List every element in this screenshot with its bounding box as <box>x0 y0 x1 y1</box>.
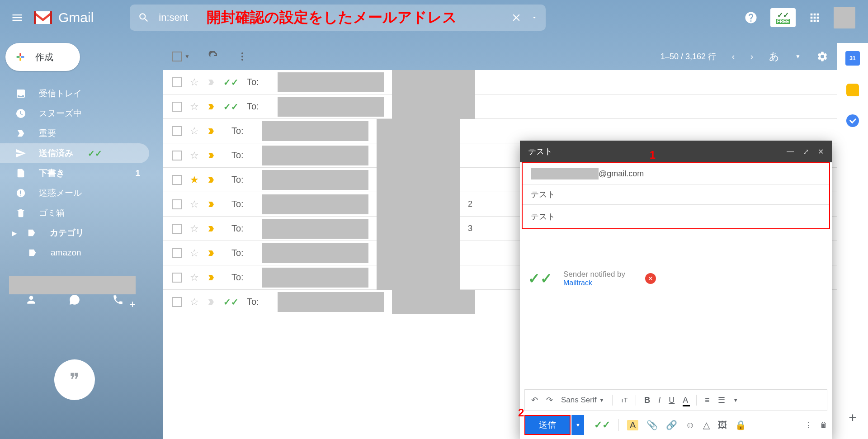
sidebar-item-inbox[interactable]: 受信トレイ <box>0 84 149 104</box>
sidebar-item-important[interactable]: 重要 <box>0 123 149 143</box>
select-all-checkbox[interactable] <box>172 52 182 61</box>
sidebar-item-spam[interactable]: 迷惑メール <box>0 183 149 203</box>
row-checkbox[interactable] <box>172 102 182 112</box>
row-checkbox[interactable] <box>172 175 182 185</box>
fullscreen-icon[interactable]: ⤢ <box>803 147 809 156</box>
star-icon[interactable]: ☆ <box>190 272 199 283</box>
gmail-logo[interactable]: Gmail <box>32 9 94 26</box>
star-icon[interactable]: ☆ <box>190 247 199 259</box>
row-checkbox[interactable] <box>172 224 182 234</box>
sidebar-item-drafts[interactable]: 下書き 1 <box>0 163 149 183</box>
row-checkbox[interactable] <box>172 126 182 136</box>
help-icon[interactable] <box>744 11 758 24</box>
importance-icon[interactable] <box>207 298 215 306</box>
email-row[interactable]: ☆✓✓To: <box>163 94 837 119</box>
compose-header[interactable]: テスト — ⤢ ✕ <box>520 141 832 162</box>
star-icon[interactable]: ☆ <box>190 125 199 137</box>
underline-icon[interactable]: U <box>669 396 675 405</box>
body-text[interactable]: テスト <box>523 205 829 228</box>
send-button[interactable]: 送信 <box>524 415 571 435</box>
importance-icon[interactable] <box>207 249 215 257</box>
redo-icon[interactable]: ↷ <box>546 395 553 405</box>
discard-icon[interactable]: 🗑 <box>820 421 827 430</box>
more-format-icon[interactable]: ▼ <box>733 397 738 403</box>
importance-icon[interactable] <box>207 151 215 160</box>
formatting-icon[interactable]: A <box>627 420 638 430</box>
more-icon[interactable]: ⋮ <box>805 421 812 430</box>
main-menu-button[interactable] <box>5 5 30 30</box>
mailtrack-link[interactable]: Mailtrack <box>563 279 592 287</box>
row-checkbox[interactable] <box>172 273 182 283</box>
close-icon[interactable]: ✕ <box>818 147 824 156</box>
importance-icon[interactable] <box>207 176 215 184</box>
more-icon[interactable] <box>237 51 248 62</box>
bold-icon[interactable]: B <box>644 396 650 405</box>
ime-indicator[interactable]: あ <box>769 50 779 63</box>
importance-icon[interactable] <box>207 225 215 233</box>
importance-icon[interactable] <box>207 274 215 282</box>
hangouts-bubble[interactable]: ❞ <box>54 359 95 400</box>
subject-field[interactable]: テスト <box>523 184 829 205</box>
apps-grid-icon[interactable] <box>808 11 821 24</box>
text-color-icon[interactable]: A <box>683 396 688 405</box>
sidebar-item-sent[interactable]: 送信済み ✓✓ <box>0 143 149 163</box>
link-icon[interactable]: 🔗 <box>666 420 677 430</box>
search-input[interactable]: in:sent <box>159 12 188 24</box>
clear-search-icon[interactable] <box>510 12 522 24</box>
star-icon[interactable]: ☆ <box>190 296 199 308</box>
importance-icon[interactable] <box>207 200 215 208</box>
font-size-icon[interactable]: тT <box>621 397 627 404</box>
tasks-icon[interactable] <box>846 114 859 127</box>
account-avatar[interactable] <box>834 7 855 28</box>
compose-button[interactable]: 作成 <box>5 43 80 71</box>
emoji-icon[interactable]: ☺ <box>685 420 694 430</box>
star-icon[interactable]: ★ <box>190 174 199 186</box>
star-icon[interactable]: ☆ <box>190 223 199 235</box>
row-checkbox[interactable] <box>172 297 182 307</box>
send-options-dropdown[interactable]: ▼ <box>571 415 584 435</box>
list-icon[interactable]: ☰ <box>718 395 725 405</box>
italic-icon[interactable]: I <box>658 396 660 405</box>
attach-icon[interactable]: 📎 <box>646 420 658 430</box>
mailtrack-toggle-icon[interactable]: ✓✓ <box>594 419 610 431</box>
star-icon[interactable]: ☆ <box>190 150 199 161</box>
row-checkbox[interactable] <box>172 77 182 87</box>
email-row[interactable]: ☆✓✓To: <box>163 70 837 94</box>
undo-icon[interactable]: ↶ <box>531 395 538 405</box>
importance-icon[interactable] <box>207 78 215 86</box>
sidebar-item-trash[interactable]: ゴミ箱 <box>0 203 149 223</box>
importance-icon[interactable] <box>207 103 215 111</box>
mailtrack-extension-badge[interactable]: ✓✓ FREE <box>770 8 796 27</box>
star-icon[interactable]: ☆ <box>190 198 199 210</box>
remove-signature-button[interactable]: ✕ <box>645 273 656 284</box>
to-field[interactable]: @gmail.com <box>523 163 829 184</box>
sidebar-item-amazon[interactable]: amazon <box>0 243 149 263</box>
calendar-icon[interactable]: 31 <box>845 51 860 66</box>
email-row[interactable]: ☆To: <box>163 119 837 143</box>
contacts-icon[interactable] <box>25 294 37 306</box>
star-icon[interactable]: ☆ <box>190 76 199 88</box>
row-checkbox[interactable] <box>172 151 182 160</box>
keep-icon[interactable] <box>846 84 859 96</box>
phone-icon[interactable] <box>112 294 124 306</box>
drive-icon[interactable]: △ <box>703 420 710 430</box>
align-icon[interactable]: ≡ <box>705 396 710 405</box>
search-options-icon[interactable] <box>531 14 538 21</box>
next-page-button[interactable]: › <box>750 52 753 61</box>
add-addon-button[interactable]: + <box>849 410 857 425</box>
star-icon[interactable]: ☆ <box>190 101 199 113</box>
row-checkbox[interactable] <box>172 199 182 209</box>
image-icon[interactable]: 🖼 <box>718 420 727 430</box>
font-dropdown[interactable]: Sans Serif▼ <box>561 396 604 405</box>
prev-page-button[interactable]: ‹ <box>732 52 735 61</box>
row-checkbox[interactable] <box>172 248 182 258</box>
confidential-icon[interactable]: 🔒 <box>735 420 746 430</box>
sidebar-item-snoozed[interactable]: スヌーズ中 <box>0 104 149 123</box>
hangouts-icon[interactable] <box>69 294 80 306</box>
select-dropdown-icon[interactable]: ▼ <box>184 53 190 60</box>
sidebar-item-categories[interactable]: ▸ カテゴリ <box>0 223 149 243</box>
minimize-icon[interactable]: — <box>787 147 794 156</box>
importance-icon[interactable] <box>207 127 215 135</box>
settings-icon[interactable] <box>816 51 828 62</box>
refresh-icon[interactable] <box>208 51 219 62</box>
